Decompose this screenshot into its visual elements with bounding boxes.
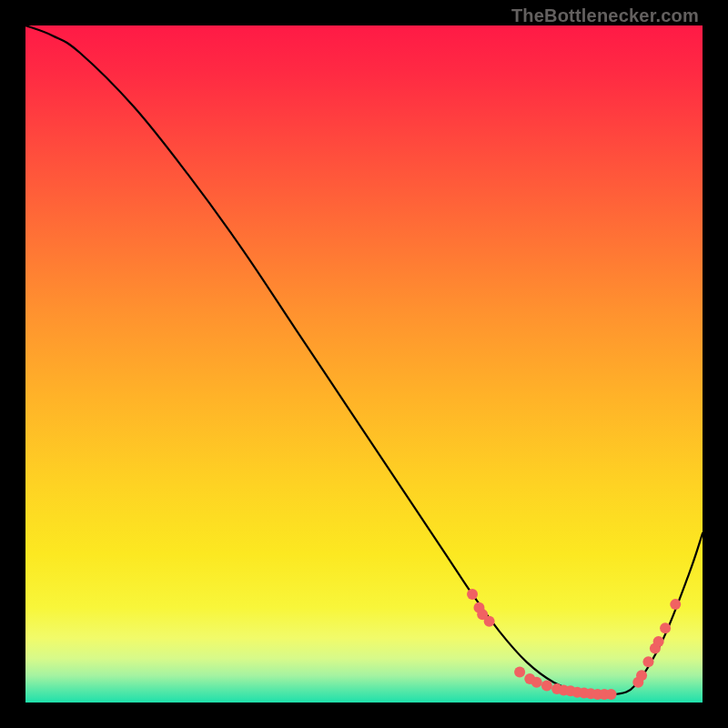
credit-text: TheBottlenecker.com: [511, 5, 699, 26]
plot-area: [25, 25, 703, 703]
marker-dot: [541, 680, 552, 691]
chart-curve-layer: [25, 25, 703, 703]
marker-dot: [484, 616, 495, 627]
marker-dot: [660, 622, 671, 633]
marker-dot: [531, 677, 542, 688]
marker-dot: [467, 589, 478, 600]
marker-dot: [606, 689, 617, 700]
marker-dot: [670, 599, 681, 610]
marker-dot: [642, 656, 653, 667]
chart-frame: TheBottlenecker.com: [0, 0, 728, 728]
marker-dot: [636, 670, 647, 681]
marker-dot: [653, 636, 664, 647]
marker-group: [467, 589, 681, 700]
bottleneck-curve: [25, 25, 703, 695]
marker-dot: [514, 667, 525, 678]
